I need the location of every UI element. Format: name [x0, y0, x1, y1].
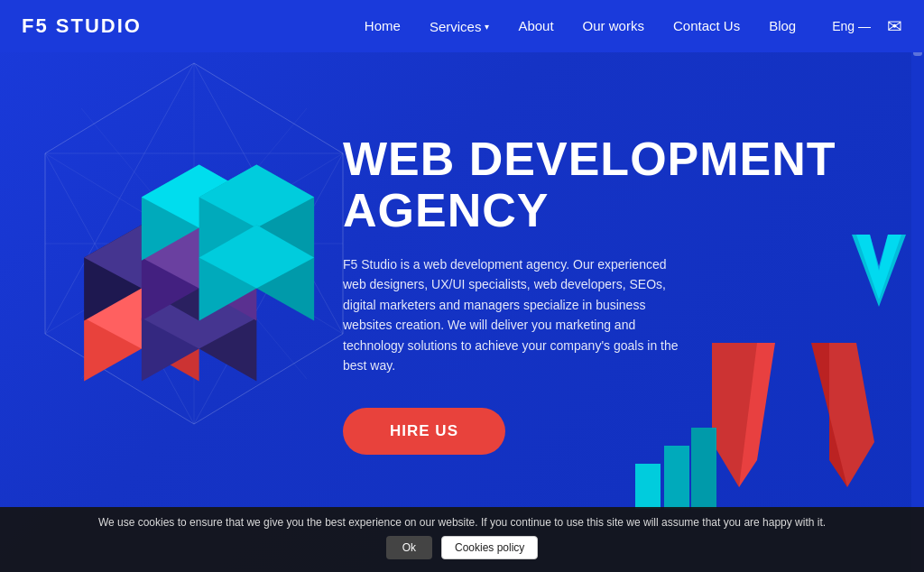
- navbar: F5 STUDiO Home Services ▾ About Our work…: [0, 0, 924, 52]
- cookie-buttons: Ok Cookies policy: [18, 536, 906, 559]
- cube-graphic: [36, 63, 343, 469]
- hero-description: F5 Studio is a web development agency. O…: [343, 254, 686, 375]
- cookie-ok-button[interactable]: Ok: [386, 536, 432, 559]
- nav-services[interactable]: Services ▾: [430, 19, 490, 34]
- hero-title: WEB DEVELOPMENT AGENCY: [343, 134, 870, 236]
- scrollbar[interactable]: [911, 0, 924, 572]
- nav-blog[interactable]: Blog: [769, 18, 796, 33]
- nav-contact-us[interactable]: Contact Us: [673, 18, 740, 33]
- mail-icon[interactable]: ✉: [887, 15, 902, 37]
- hero-content: WEB DEVELOPMENT AGENCY F5 Studio is a we…: [343, 52, 870, 518]
- nav-our-works[interactable]: Our works: [583, 18, 644, 33]
- cookie-banner: We use cookies to ensure that we give yo…: [0, 507, 924, 572]
- brand-logo[interactable]: F5 STUDiO: [22, 14, 142, 38]
- nav-home[interactable]: Home: [365, 18, 401, 33]
- hero-section: F5 STUDiO Home Services ▾ About Our work…: [0, 0, 924, 572]
- language-selector[interactable]: Eng —: [832, 19, 871, 33]
- cookie-message: We use cookies to ensure that we give yo…: [18, 516, 906, 529]
- hire-us-button[interactable]: HIRE US: [343, 408, 505, 455]
- cookie-policy-button[interactable]: Cookies policy: [441, 536, 538, 559]
- chevron-down-icon: ▾: [485, 22, 489, 32]
- nav-about[interactable]: About: [518, 18, 553, 33]
